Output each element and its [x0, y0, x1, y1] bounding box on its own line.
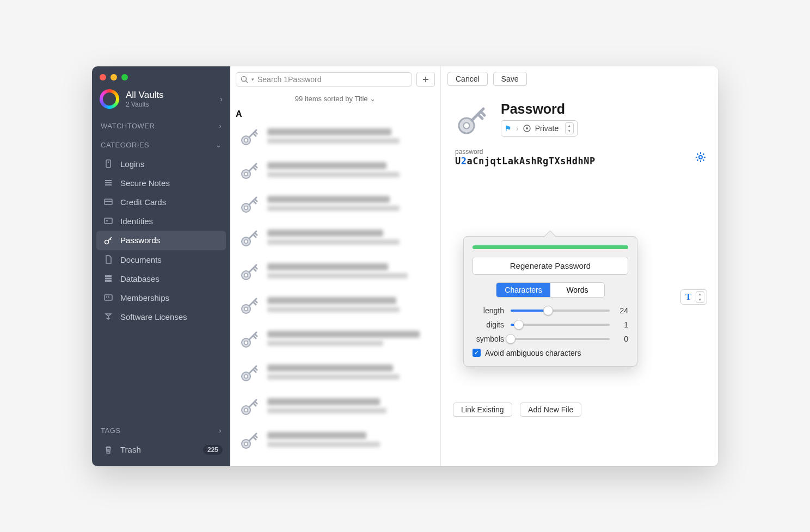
- sidebar-item-trash[interactable]: Trash 225: [92, 440, 230, 460]
- nav-label: Memberships: [120, 293, 169, 302]
- length-slider[interactable]: length 24: [472, 306, 628, 315]
- add-new-file-button[interactable]: Add New File: [520, 403, 581, 417]
- section-tags[interactable]: TAGS ›: [92, 421, 230, 440]
- generator-mode-selector[interactable]: Characters Words: [496, 282, 605, 298]
- vault-icon: [523, 125, 531, 132]
- note-icon: [103, 178, 114, 187]
- list-item[interactable]: [230, 289, 440, 323]
- svg-point-30: [244, 341, 248, 344]
- cancel-button[interactable]: Cancel: [447, 72, 488, 86]
- chevron-down-icon: ⌄: [370, 95, 376, 103]
- section-watchtower[interactable]: WATCHTOWER ›: [92, 116, 230, 135]
- list-item[interactable]: [230, 356, 440, 390]
- key-icon: [238, 395, 261, 418]
- nav-label: Passwords: [120, 236, 160, 245]
- svg-point-15: [108, 296, 109, 298]
- chevron-right-icon: ›: [220, 94, 223, 103]
- list-item[interactable]: [230, 221, 440, 255]
- list-item[interactable]: [230, 255, 440, 289]
- svg-point-36: [244, 442, 248, 445]
- svg-point-26: [244, 273, 248, 276]
- svg-rect-2: [105, 180, 112, 181]
- nav-label: Identities: [120, 216, 153, 226]
- key-icon: [238, 294, 261, 317]
- svg-point-24: [244, 239, 248, 243]
- list-item[interactable]: [230, 390, 440, 424]
- list-item[interactable]: [230, 188, 440, 221]
- tags-label: TAGS: [101, 426, 120, 435]
- sidebar-item-credit-cards[interactable]: Credit Cards: [92, 193, 230, 212]
- key-icon: [103, 159, 114, 168]
- sidebar-item-software-licenses[interactable]: Software Licenses: [92, 307, 230, 326]
- nav-label: Software Licenses: [120, 312, 187, 321]
- categories-label: CATEGORIES: [101, 141, 149, 149]
- sort-header[interactable]: 99 items sorted by Title ⌄: [230, 91, 440, 107]
- vaults-title: All Vaults: [126, 90, 213, 101]
- sidebar-item-secure-notes[interactable]: Secure Notes: [92, 174, 230, 193]
- item-title[interactable]: Password: [501, 101, 578, 117]
- gear-icon[interactable]: [695, 152, 706, 163]
- vault-selector-chip[interactable]: ⚑ › Private ▴▾: [501, 120, 578, 137]
- maximize-window[interactable]: [121, 74, 128, 81]
- sidebar-item-memberships[interactable]: Memberships: [92, 288, 230, 307]
- sidebar-item-passwords[interactable]: Passwords: [96, 231, 226, 250]
- digits-slider[interactable]: digits 1: [472, 320, 628, 329]
- symbols-slider[interactable]: symbols 0: [472, 335, 628, 343]
- svg-point-42: [526, 127, 528, 129]
- svg-point-9: [105, 240, 109, 244]
- save-button[interactable]: Save: [493, 72, 527, 86]
- section-categories[interactable]: CATEGORIES ⌄: [92, 135, 230, 154]
- svg-point-34: [244, 408, 248, 411]
- stepper[interactable]: ▴▾: [696, 291, 704, 303]
- nav-label: Trash: [120, 445, 141, 454]
- nav-label: Logins: [120, 159, 144, 169]
- password-generator-popover: Regenerate Password Characters Words len…: [463, 236, 637, 367]
- chevron-right-icon: ›: [516, 124, 519, 133]
- link-existing-button[interactable]: Link Existing: [453, 403, 512, 417]
- watchtower-label: WATCHTOWER: [101, 122, 155, 130]
- avoid-ambiguous-checkbox[interactable]: ✓ Avoid ambiguous characters: [472, 349, 628, 357]
- search-input[interactable]: ▾ Search 1Password: [236, 72, 412, 86]
- close-window[interactable]: [100, 74, 106, 81]
- list-item[interactable]: admin.google.com: [230, 457, 440, 466]
- svg-point-40: [464, 122, 470, 128]
- sidebar-item-databases[interactable]: Databases: [92, 269, 230, 288]
- tab-characters[interactable]: Characters: [496, 283, 550, 297]
- license-icon: [103, 312, 114, 321]
- nav-label: Databases: [120, 274, 159, 283]
- trash-icon: [103, 446, 114, 454]
- list-item[interactable]: [230, 323, 440, 356]
- svg-point-20: [244, 172, 248, 175]
- svg-point-8: [106, 220, 108, 222]
- chevron-down-icon: ⌄: [216, 141, 222, 149]
- add-item-button[interactable]: [416, 72, 435, 87]
- vaults-icon: [100, 89, 119, 109]
- section-type-selector[interactable]: T ▴▾: [680, 289, 707, 305]
- svg-rect-6: [105, 201, 112, 202]
- sidebar-item-logins[interactable]: Logins: [92, 154, 230, 174]
- flag-icon: ⚑: [505, 124, 512, 133]
- list-item[interactable]: [230, 424, 440, 457]
- svg-rect-11: [105, 278, 112, 280]
- svg-point-18: [244, 138, 248, 141]
- app-window: All Vaults 2 Vaults › WATCHTOWER › CATEG…: [92, 66, 718, 466]
- regenerate-password-button[interactable]: Regenerate Password: [472, 257, 628, 275]
- password-list[interactable]: admin.google.com: [230, 120, 440, 466]
- svg-point-28: [244, 307, 248, 310]
- svg-point-14: [106, 296, 107, 298]
- key-icon: [238, 328, 261, 351]
- svg-rect-12: [105, 280, 112, 282]
- stepper[interactable]: ▴▾: [565, 122, 574, 134]
- minimize-window[interactable]: [111, 74, 117, 81]
- key-icon: [238, 193, 261, 216]
- sidebar-item-documents[interactable]: Documents: [92, 250, 230, 269]
- checkbox-icon: ✓: [472, 349, 481, 357]
- password-value[interactable]: U2aCnjqtLakAshRgTXsHdhNP: [455, 156, 596, 166]
- sidebar-item-identities[interactable]: Identities: [92, 212, 230, 231]
- key-icon: [238, 463, 261, 466]
- vault-selector[interactable]: All Vaults 2 Vaults ›: [92, 85, 230, 116]
- nav-label: Credit Cards: [120, 197, 166, 207]
- tab-words[interactable]: Words: [550, 283, 604, 297]
- list-item[interactable]: [230, 154, 440, 188]
- list-item[interactable]: [230, 120, 440, 154]
